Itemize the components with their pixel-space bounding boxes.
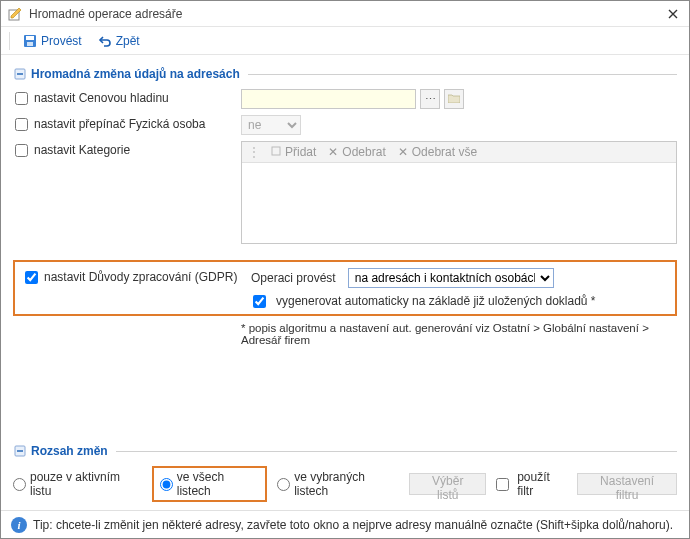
price-level-input[interactable]: [241, 89, 416, 109]
plus-icon: [271, 145, 281, 159]
price-level-label: nastavit Cenovou hladinu: [34, 91, 169, 105]
use-filter-checkbox-wrap[interactable]: použít filtr: [496, 470, 567, 498]
scope-radio-all-label: ve všech listech: [177, 470, 259, 498]
svg-rect-2: [26, 36, 34, 40]
price-level-open-button[interactable]: [444, 89, 464, 109]
price-level-browse-button[interactable]: ⋯: [420, 89, 440, 109]
scope-radio-selected-input[interactable]: [277, 478, 290, 491]
gdpr-checkbox[interactable]: [25, 271, 38, 284]
categories-checkbox[interactable]: [15, 144, 28, 157]
close-button[interactable]: [663, 4, 683, 24]
disk-icon: [23, 34, 37, 48]
scope-radio-selected[interactable]: ve vybraných listech: [277, 470, 399, 498]
row-gdpr-auto: vygenerovat automaticky na základě již u…: [23, 294, 667, 308]
undo-label: Zpět: [116, 34, 140, 48]
svg-rect-3: [27, 42, 33, 46]
section-header-scope: Rozsah změn: [13, 444, 677, 458]
scope-radio-all[interactable]: ve všech listech: [160, 470, 259, 498]
section-toggle-icon[interactable]: [13, 67, 27, 81]
cat-remove-all-button[interactable]: ✕ Odebrat vše: [398, 145, 477, 159]
use-filter-label: použít filtr: [517, 470, 567, 498]
gdpr-highlight: nastavit Důvody zpracování (GDPR) Operac…: [13, 260, 677, 316]
cat-add-label: Přidat: [285, 145, 316, 159]
row-categories: nastavit Kategorie ⋮ Přidat ✕ Odebrat: [13, 141, 677, 244]
scope-radio-active-label: pouze v aktivním listu: [30, 470, 142, 498]
scope-radio-active-input[interactable]: [13, 478, 26, 491]
cat-remove-button[interactable]: ✕ Odebrat: [328, 145, 385, 159]
run-button[interactable]: Provést: [16, 31, 89, 51]
use-filter-checkbox[interactable]: [496, 478, 509, 491]
categories-box: ⋮ Přidat ✕ Odebrat ✕ Odebrat vše: [241, 141, 677, 244]
pick-sheets-button[interactable]: Výběr listů: [409, 473, 486, 495]
section-title: Hromadná změna údajů na adresách: [31, 67, 240, 81]
gdpr-auto-checkbox[interactable]: [253, 295, 266, 308]
categories-label: nastavit Kategorie: [34, 143, 130, 157]
phys-person-checkbox[interactable]: [15, 118, 28, 131]
toolbar: Provést Zpět: [1, 27, 689, 55]
x-icon: ✕: [328, 145, 338, 159]
phys-person-select[interactable]: ne: [241, 115, 301, 135]
section-toggle-icon[interactable]: [13, 444, 27, 458]
undo-button[interactable]: Zpět: [91, 31, 147, 51]
scope-radio-selected-label: ve vybraných listech: [294, 470, 399, 498]
ellipsis-icon: ⋯: [425, 93, 436, 106]
scope-radio-all-input[interactable]: [160, 478, 173, 491]
undo-icon: [98, 34, 112, 48]
svg-rect-5: [272, 147, 280, 155]
x-icon: ✕: [398, 145, 408, 159]
gdpr-auto-label: vygenerovat automaticky na základě již u…: [276, 294, 596, 308]
gdpr-op-label: Operaci provést: [251, 271, 336, 285]
gdpr-label: nastavit Důvody zpracování (GDPR): [44, 270, 237, 284]
scope-row: pouze v aktivním listu ve všech listech …: [13, 466, 677, 502]
filter-group: použít filtr Nastavení filtru: [496, 470, 677, 498]
titlebar: Hromadné operace adresáře: [1, 1, 689, 27]
app-icon: [7, 6, 23, 22]
categories-list-area: [242, 163, 676, 243]
tipbar: i Tip: chcete-li změnit jen některé adre…: [1, 510, 689, 538]
scope-radio-active[interactable]: pouze v aktivním listu: [13, 470, 142, 498]
row-phys-person: nastavit přepínač Fyzická osoba ne: [13, 115, 677, 135]
folder-icon: [448, 93, 460, 105]
categories-toolbar: ⋮ Přidat ✕ Odebrat ✕ Odebrat vše: [242, 142, 676, 163]
content: Hromadná změna údajů na adresách nastavi…: [1, 55, 689, 346]
row-price-level: nastavit Cenovou hladinu ⋯: [13, 89, 677, 109]
grip-icon: ⋮: [248, 145, 259, 159]
price-level-checkbox[interactable]: [15, 92, 28, 105]
info-icon: i: [11, 517, 27, 533]
section-rule: [248, 74, 677, 75]
cat-remove-label: Odebrat: [342, 145, 385, 159]
filter-settings-button[interactable]: Nastavení filtru: [577, 473, 677, 495]
run-label: Provést: [41, 34, 82, 48]
gdpr-op-select[interactable]: na adresách i kontaktních osobách: [348, 268, 554, 288]
row-gdpr: nastavit Důvody zpracování (GDPR) Operac…: [23, 268, 667, 288]
section-header-bulk-change: Hromadná změna údajů na adresách: [13, 67, 677, 81]
tip-text: Tip: chcete-li změnit jen některé adresy…: [33, 518, 673, 532]
scope-title: Rozsah změn: [31, 444, 108, 458]
scope-radio-all-highlight: ve všech listech: [152, 466, 267, 502]
phys-person-label: nastavit přepínač Fyzická osoba: [34, 117, 205, 131]
window-title: Hromadné operace adresáře: [29, 7, 663, 21]
cat-remove-all-label: Odebrat vše: [412, 145, 477, 159]
toolbar-separator: [9, 32, 10, 50]
section-rule: [116, 451, 677, 452]
section-scope: Rozsah změn pouze v aktivním listu ve vš…: [13, 440, 677, 502]
gdpr-note: * popis algoritmu a nastavení aut. gener…: [13, 322, 677, 346]
cat-add-button[interactable]: Přidat: [271, 145, 316, 159]
